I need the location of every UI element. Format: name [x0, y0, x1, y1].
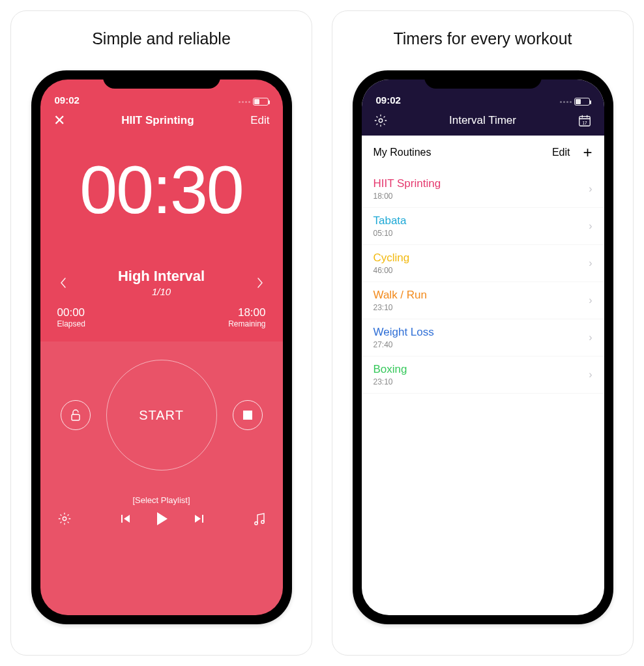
lock-button[interactable] [61, 400, 91, 430]
svg-point-4 [379, 119, 383, 123]
edit-routines-button[interactable]: Edit [552, 147, 570, 158]
routine-name: HIIT Sprinting [373, 177, 441, 190]
routine-row[interactable]: Walk / Run23:10› [362, 282, 604, 319]
music-button[interactable] [253, 512, 266, 526]
svg-point-3 [261, 521, 263, 523]
home-indicator[interactable] [441, 616, 525, 619]
routine-duration: 27:40 [373, 340, 434, 349]
notch [103, 70, 220, 89]
home-indicator[interactable] [119, 616, 204, 619]
screen-timer: 09:02 ✕ HIIT Sprinting Edit 00:30 High I… [40, 80, 283, 615]
routine-info: Weight Loss27:40 [373, 326, 434, 349]
play-button[interactable] [157, 512, 168, 525]
prev-track-button[interactable] [121, 515, 130, 523]
notch [424, 70, 542, 89]
stop-button[interactable] [233, 400, 263, 430]
routine-name: Walk / Run [373, 289, 428, 302]
gear-icon [373, 113, 388, 128]
countdown-display: 00:30 [40, 151, 283, 229]
close-icon[interactable]: ✕ [53, 112, 65, 129]
routine-duration: 23:10 [373, 303, 428, 312]
bottom-bar [40, 505, 283, 548]
timer-nav: ✕ HIIT Sprinting Edit [40, 108, 283, 136]
edit-button[interactable]: Edit [250, 114, 269, 127]
routine-row[interactable]: Tabata05:10› [362, 208, 604, 245]
chevron-right-icon: › [589, 220, 592, 232]
elapsed-label: Elapsed [57, 319, 85, 328]
interval-name: High Interval [118, 268, 205, 285]
chevron-right-icon: › [589, 332, 592, 343]
svg-point-1 [63, 517, 66, 521]
svg-rect-0 [72, 414, 80, 420]
status-right [239, 98, 269, 106]
signal-dots-icon [239, 101, 250, 103]
svg-text:17: 17 [583, 121, 588, 125]
routine-info: Cycling46:00 [373, 252, 410, 275]
media-controls [121, 512, 203, 525]
settings-button[interactable] [57, 512, 72, 526]
timer-title: HIIT Sprinting [121, 114, 194, 127]
calendar-icon: 17 [578, 113, 592, 128]
battery-icon [253, 98, 269, 106]
status-right [560, 98, 590, 106]
list-nav: Interval Timer 17 [362, 108, 604, 136]
routine-row[interactable]: HIIT Sprinting18:00› [362, 171, 604, 208]
list-nav-title: Interval Timer [449, 114, 516, 127]
unlock-icon [70, 409, 81, 422]
routine-row[interactable]: Boxing23:10› [362, 356, 604, 394]
routine-info: Walk / Run23:10 [373, 289, 428, 312]
panel-right: Timers for every workout 09:02 [332, 10, 634, 656]
routine-info: HIIT Sprinting18:00 [373, 177, 441, 201]
routine-duration: 05:10 [373, 229, 407, 238]
battery-icon [574, 98, 590, 106]
status-time: 09:02 [376, 94, 401, 106]
signal-dots-icon [560, 101, 572, 103]
panel-right-caption: Timers for every workout [393, 29, 572, 48]
routine-name: Cycling [373, 252, 410, 265]
routine-duration: 18:00 [373, 192, 441, 201]
next-interval-button[interactable] [254, 273, 266, 293]
elapsed-value: 00:00 [57, 306, 85, 319]
routine-info: Boxing23:10 [373, 363, 407, 386]
start-label: START [139, 408, 184, 423]
screen-routine-list: 09:02 Interval Timer [362, 80, 604, 615]
routine-name: Weight Loss [373, 326, 434, 339]
start-button[interactable]: START [106, 360, 217, 471]
remaining-block: 18:00 Remaining [228, 306, 265, 328]
routine-row[interactable]: Cycling46:00› [362, 245, 604, 282]
routine-duration: 23:10 [373, 377, 407, 386]
elapsed-block: 00:00 Elapsed [57, 306, 85, 328]
calendar-button[interactable]: 17 [578, 113, 592, 128]
music-icon [253, 512, 266, 526]
next-track-button[interactable] [195, 515, 203, 523]
controls-area: START [Select Playlist] [40, 341, 283, 615]
routine-row[interactable]: Weight Loss27:40› [362, 319, 604, 356]
section-header: My Routines Edit + [362, 136, 604, 171]
status-time: 09:02 [55, 94, 80, 106]
panel-left: Simple and reliable 09:02 ✕ HIIT Sprinti… [10, 10, 312, 656]
prev-interval-button[interactable] [57, 273, 69, 293]
playlist-label[interactable]: [Select Playlist] [132, 495, 190, 505]
controls-row: START [61, 360, 263, 471]
stop-icon [243, 411, 252, 420]
section-title: My Routines [373, 147, 432, 158]
panel-left-caption: Simple and reliable [92, 29, 231, 48]
svg-point-2 [254, 522, 257, 525]
phone-right: 09:02 Interval Timer [353, 70, 613, 624]
routine-name: Tabata [373, 214, 407, 227]
add-routine-button[interactable]: + [583, 145, 592, 160]
interval-row: High Interval 1/10 [40, 268, 283, 297]
gear-icon [57, 512, 72, 526]
interval-count: 1/10 [118, 286, 205, 297]
chevron-right-icon: › [589, 257, 592, 269]
interval-info: High Interval 1/10 [118, 268, 205, 297]
remaining-value: 18:00 [228, 306, 265, 319]
chevron-right-icon: › [589, 369, 592, 381]
chevron-left-icon [60, 277, 66, 289]
settings-button[interactable] [373, 113, 388, 128]
routine-duration: 46:00 [373, 266, 410, 275]
routine-list: HIIT Sprinting18:00›Tabata05:10›Cycling4… [362, 171, 604, 615]
chevron-right-icon: › [589, 295, 592, 306]
routine-name: Boxing [373, 363, 407, 376]
chevron-right-icon [257, 277, 263, 289]
